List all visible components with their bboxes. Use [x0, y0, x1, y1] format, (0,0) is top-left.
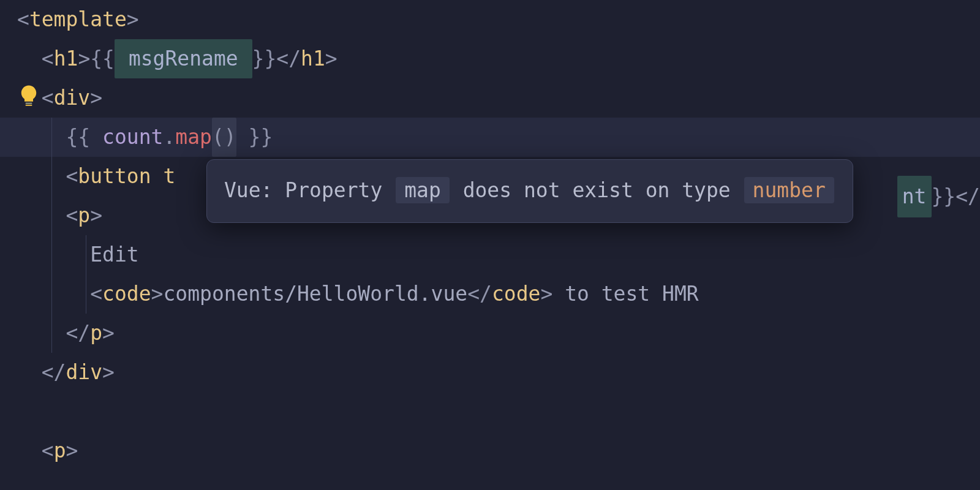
- code-editor[interactable]: <template> <h1>{{ msgRename }}</h1> <div…: [0, 0, 980, 470]
- code-line[interactable]: Edit: [0, 235, 980, 274]
- tooltip-chip-type: number: [744, 177, 834, 203]
- code-line[interactable]: <template>: [0, 0, 980, 39]
- error-token-map[interactable]: map: [175, 118, 212, 157]
- variable-msgRename[interactable]: msgRename: [129, 47, 238, 70]
- code-line[interactable]: <code>components/HelloWorld.vue</code> t…: [0, 274, 980, 314]
- code-line-active[interactable]: {{ count.map() }}: [0, 118, 980, 157]
- svg-rect-0: [26, 103, 32, 104]
- tooltip-chip-property: map: [396, 177, 450, 203]
- code-peek-right: nt }}</: [897, 178, 980, 216]
- code-line[interactable]: </div>: [0, 353, 980, 392]
- tooltip-text: Vue: Property: [224, 178, 394, 202]
- code-line[interactable]: <h1>{{ msgRename }}</h1>: [0, 39, 980, 78]
- code-line[interactable]: </p>: [0, 314, 980, 353]
- code-line[interactable]: [0, 392, 980, 431]
- variable-count[interactable]: count: [102, 118, 163, 157]
- code-line[interactable]: <div>: [0, 78, 980, 118]
- code-line[interactable]: <p>: [0, 431, 980, 470]
- error-tooltip[interactable]: Vue: Property map does not exist on type…: [206, 159, 853, 223]
- lightbulb-icon[interactable]: [16, 83, 42, 108]
